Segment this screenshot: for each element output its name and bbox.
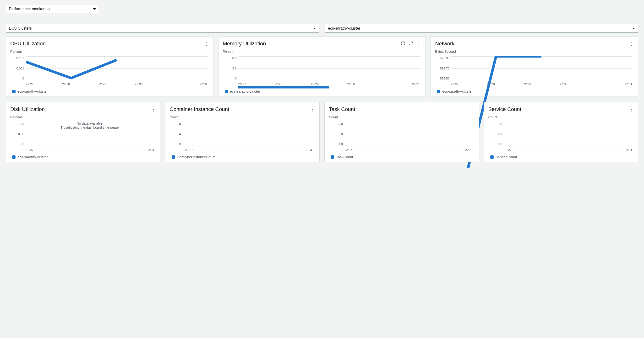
task-count-card: Task Count Count 3.0 2.0 1.0 22:27 22:31 [324, 102, 479, 162]
unit-label: Count [170, 115, 315, 119]
expand-icon[interactable] [409, 41, 413, 46]
unit-label: Percent [10, 115, 156, 119]
cic-chart: 5.0 4.0 3.0 22:27 22:31 [170, 120, 315, 154]
unit-label: Count [329, 115, 474, 119]
unit-label: Percent [223, 50, 422, 53]
menu-icon[interactable] [310, 106, 315, 112]
refresh-icon[interactable] [401, 41, 406, 46]
svg-line-0 [412, 42, 412, 43]
card-title: Container Instance Count [170, 106, 230, 112]
legend: ecs-sarathy-cluster [10, 155, 156, 159]
container-instance-count-card: Container Instance Count Count 5.0 4.0 3… [165, 102, 320, 162]
card-title: Service Count [488, 106, 521, 112]
cpu-card: CPU Utilization Percent 0.102 0.051 0 22 [6, 36, 214, 96]
legend-swatch [331, 155, 334, 159]
menu-icon[interactable] [470, 106, 474, 112]
card-title: Network [435, 41, 454, 47]
menu-icon[interactable] [629, 106, 634, 112]
network-chart: 595.00 594.75 594.50 22:27 22:28 22:29 2… [435, 54, 634, 88]
mode-dropdown[interactable]: Performance monitoring [6, 5, 99, 13]
legend-swatch [490, 155, 494, 159]
menu-icon[interactable] [629, 41, 634, 46]
disk-chart: 1.00 0.50 0 No data available. Try adjus… [10, 120, 156, 154]
menu-icon[interactable] [204, 41, 209, 46]
card-title: Memory Utilization [223, 41, 266, 47]
menu-icon[interactable] [416, 41, 421, 46]
svc-chart: 3.0 2.0 1.0 22:27 22:31 [488, 120, 634, 154]
legend-swatch [172, 155, 175, 159]
unit-label: Count [488, 115, 634, 119]
mode-dropdown-label: Performance monitoring [9, 7, 50, 11]
target-dropdown[interactable]: ecs-sarathy-cluster [325, 24, 638, 33]
card-title: Task Count [329, 106, 355, 112]
disk-card: Disk Utilization Percent 1.00 0.50 0 No … [6, 102, 160, 162]
target-dropdown-label: ecs-sarathy-cluster [328, 26, 360, 30]
menu-icon[interactable] [151, 106, 156, 112]
legend-swatch [225, 90, 228, 93]
no-data-message: No data available. Try adjusting the das… [26, 122, 154, 130]
legend-swatch [12, 90, 16, 93]
network-card: Network Bytes/Second 595.00 594.75 594.5… [430, 36, 638, 96]
svg-line-1 [410, 44, 411, 45]
chevron-down-icon [313, 28, 316, 29]
service-count-card: Service Count Count 3.0 2.0 1.0 22:27 22… [484, 102, 638, 162]
unit-label: Bytes/Second [435, 50, 634, 53]
resource-dropdown-label: ECS Clusters [9, 26, 32, 30]
chevron-down-icon [93, 8, 96, 10]
memory-card: Memory Utilization Percent 6.0 3.0 0 [218, 36, 426, 96]
unit-label: Percent [10, 50, 209, 53]
resource-dropdown[interactable]: ECS Clusters [6, 24, 319, 33]
chevron-down-icon [632, 28, 635, 29]
task-chart: 3.0 2.0 1.0 22:27 22:31 [329, 120, 474, 154]
card-title: CPU Utilization [10, 41, 46, 47]
legend-swatch [437, 90, 440, 93]
cpu-chart: 0.102 0.051 0 22:27 22:28 22:29 22:30 22… [10, 54, 209, 88]
memory-chart: 6.0 3.0 0 22:27 22:28 22:29 22:30 22:31 [223, 54, 422, 88]
legend-swatch [12, 155, 16, 159]
card-title: Disk Utilization [10, 106, 45, 112]
